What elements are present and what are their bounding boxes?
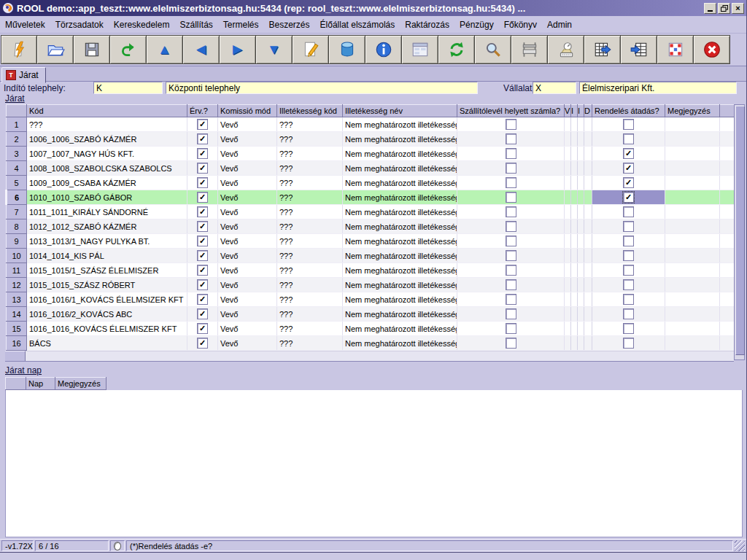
execute-button[interactable]: [1, 35, 37, 64]
company-name-field[interactable]: [579, 82, 737, 94]
i2-cell[interactable]: [578, 205, 584, 219]
erv-cell[interactable]: ✓: [187, 322, 218, 336]
row-number-cell[interactable]: 9: [7, 234, 27, 249]
illetekesseg-nev-cell[interactable]: Nem meghatározott illetékesség: [343, 307, 457, 322]
col-d[interactable]: D: [584, 105, 592, 117]
d-cell[interactable]: [584, 205, 592, 219]
i1-cell[interactable]: [571, 176, 578, 190]
rendeles-atadas-cell[interactable]: [592, 249, 665, 263]
megjegyzes-cell[interactable]: [665, 161, 720, 176]
table-row[interactable]: 21006_1006_SZABÓ KÁZMÉR✓Vevő???Nem megha…: [7, 132, 735, 147]
menu-item-beszerzés[interactable]: Beszerzés: [264, 18, 315, 31]
v-cell[interactable]: [565, 234, 571, 249]
erv-checkbox[interactable]: ✓: [197, 148, 208, 159]
szamla-checkbox[interactable]: [506, 119, 516, 130]
i1-cell[interactable]: [571, 278, 578, 292]
rendeles-atadas-checkbox[interactable]: [623, 308, 634, 319]
col-nap[interactable]: Nap: [26, 378, 55, 390]
illetekesseg-nev-cell[interactable]: Nem meghatározott illetékesség: [343, 176, 457, 190]
erv-cell[interactable]: ✓: [187, 278, 218, 292]
table-row[interactable]: 101014_1014_KIS PÁL✓Vevő???Nem meghatáro…: [7, 249, 735, 263]
szamla-cell[interactable]: [457, 307, 565, 322]
v-cell[interactable]: [565, 190, 571, 205]
rendeles-atadas-cell[interactable]: ✓: [592, 147, 665, 161]
szamla-checkbox[interactable]: [506, 133, 516, 144]
szamla-checkbox[interactable]: [506, 265, 516, 276]
col-komissio[interactable]: Komissió mód: [218, 105, 277, 117]
komissio-mod-cell[interactable]: Vevő: [218, 117, 277, 132]
table-row[interactable]: 16BÁCS✓Vevő???Nem meghatározott illetéke…: [7, 336, 735, 351]
row-number-cell[interactable]: 1: [7, 117, 27, 132]
megjegyzes-cell[interactable]: [665, 336, 720, 351]
illetekesseg-kod-cell[interactable]: ???: [277, 176, 343, 190]
col-kod[interactable]: Kód: [27, 105, 187, 117]
erv-cell[interactable]: ✓: [187, 147, 218, 161]
d-cell[interactable]: [584, 249, 592, 263]
illetekesseg-kod-cell[interactable]: ???: [277, 292, 343, 307]
i2-cell[interactable]: [578, 249, 584, 263]
col-rendeles-atadas[interactable]: Rendelés átadás?: [592, 105, 665, 117]
erv-checkbox[interactable]: ✓: [197, 236, 208, 246]
rendeles-atadas-cell[interactable]: [592, 132, 665, 147]
megjegyzes-cell[interactable]: [665, 147, 720, 161]
row-number-cell[interactable]: 15: [7, 322, 27, 336]
tab-jarat[interactable]: T Járat: [1, 67, 46, 83]
illetekesseg-nev-cell[interactable]: Nem meghatározott illetékesség: [343, 205, 457, 219]
illetekesseg-nev-cell[interactable]: Nem meghatározott illetékesség: [343, 234, 457, 249]
i1-cell[interactable]: [571, 307, 578, 322]
erv-cell[interactable]: ✓: [187, 234, 218, 249]
v-cell[interactable]: [565, 176, 571, 190]
erv-checkbox[interactable]: ✓: [197, 177, 208, 188]
erv-cell[interactable]: ✓: [187, 307, 218, 322]
rendeles-atadas-checkbox[interactable]: [623, 279, 634, 290]
komissio-mod-cell[interactable]: Vevő: [218, 307, 277, 322]
menu-item-admin[interactable]: Admin: [542, 18, 577, 31]
szamla-checkbox[interactable]: [506, 338, 516, 349]
szamla-checkbox[interactable]: [506, 236, 516, 246]
kod-cell[interactable]: 1009_1009_CSABA KÁZMÉR: [27, 176, 187, 190]
company-code-field[interactable]: [533, 82, 576, 94]
kod-cell[interactable]: BÁCS: [27, 336, 187, 351]
col-v[interactable]: V: [565, 105, 571, 117]
col-illetekesseg-nev[interactable]: Illetékesség név: [343, 105, 457, 117]
szamla-cell[interactable]: [457, 219, 565, 234]
row-number-cell[interactable]: 8: [7, 219, 27, 234]
col-illetekesseg-kod[interactable]: Illetékesség kód: [277, 105, 343, 117]
komissio-mod-cell[interactable]: Vevő: [218, 147, 277, 161]
info-button[interactable]: [365, 35, 402, 64]
status-radio-icon[interactable]: [114, 542, 121, 551]
v-cell[interactable]: [565, 117, 571, 132]
szamla-cell[interactable]: [457, 161, 565, 176]
menu-item-törzsadatok[interactable]: Törzsadatok: [50, 18, 109, 31]
row-number-cell[interactable]: 13: [7, 292, 27, 307]
v-cell[interactable]: [565, 322, 571, 336]
illetekesseg-kod-cell[interactable]: ???: [277, 147, 343, 161]
vscroll-thumb[interactable]: [735, 106, 745, 355]
szamla-cell[interactable]: [457, 205, 565, 219]
rendeles-atadas-checkbox[interactable]: [623, 338, 634, 349]
i2-cell[interactable]: [578, 161, 584, 176]
rendeles-atadas-checkbox[interactable]: ✓: [623, 192, 634, 203]
szamla-cell[interactable]: [457, 249, 565, 263]
illetekesseg-nev-cell[interactable]: Nem meghatározott illetékesség: [343, 278, 457, 292]
erv-checkbox[interactable]: ✓: [197, 206, 208, 217]
restore-button[interactable]: [718, 3, 730, 14]
window-layout-button[interactable]: [657, 35, 694, 64]
rendeles-atadas-checkbox[interactable]: [623, 294, 634, 305]
szamla-cell[interactable]: [457, 147, 565, 161]
erv-checkbox[interactable]: ✓: [197, 250, 208, 261]
i2-cell[interactable]: [578, 292, 584, 307]
menu-item-élőállat-elszámolás[interactable]: Élőállat elszámolás: [315, 18, 400, 31]
open-button[interactable]: [37, 35, 74, 64]
szamla-cell[interactable]: [457, 263, 565, 278]
szamla-checkbox[interactable]: [506, 294, 516, 305]
table-row[interactable]: 51009_1009_CSABA KÁZMÉR✓Vevő???Nem megha…: [7, 176, 735, 190]
v-cell[interactable]: [565, 132, 571, 147]
erv-checkbox[interactable]: ✓: [197, 119, 208, 130]
kod-cell[interactable]: 1006_1006_SZABÓ KÁZMÉR: [27, 132, 187, 147]
i1-cell[interactable]: [571, 161, 578, 176]
megjegyzes-cell[interactable]: [665, 219, 720, 234]
komissio-mod-cell[interactable]: Vevő: [218, 176, 277, 190]
kod-cell[interactable]: ???: [27, 117, 187, 132]
erv-cell[interactable]: ✓: [187, 263, 218, 278]
